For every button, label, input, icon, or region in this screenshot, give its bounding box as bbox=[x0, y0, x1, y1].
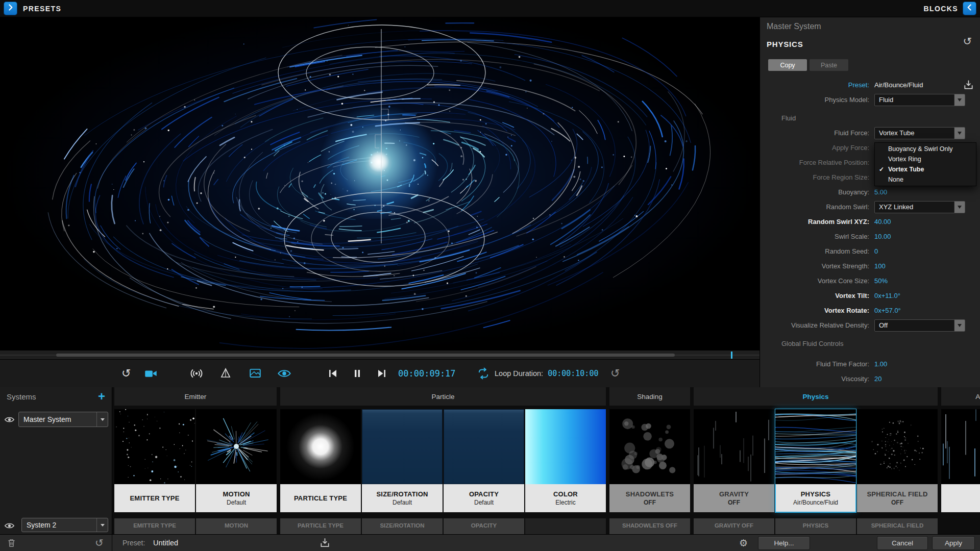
gear-icon[interactable]: ⚙ bbox=[739, 538, 748, 548]
block-thumbnail bbox=[444, 409, 524, 484]
fluid-force-dropdown[interactable]: Vortex Tube bbox=[874, 127, 965, 139]
reset-view-button[interactable]: ↺ bbox=[121, 368, 131, 379]
block-opacity[interactable]: OPACITYDefault bbox=[444, 409, 524, 512]
add-system-button[interactable]: + bbox=[98, 391, 105, 402]
menu-item-none[interactable]: None bbox=[875, 174, 976, 185]
param-value[interactable]: 50% bbox=[874, 277, 888, 285]
section-global-fluid-controls: Global Fluid Controls bbox=[760, 336, 980, 351]
reset-physics-icon[interactable]: ↺ bbox=[963, 36, 972, 46]
param-value[interactable]: 100 bbox=[874, 262, 886, 270]
skip-to-start-button[interactable] bbox=[327, 367, 339, 380]
param-label: Visualize Relative Density: bbox=[766, 321, 869, 329]
ghost-block-label[interactable]: PHYSICS bbox=[775, 518, 856, 534]
footer-preset-value[interactable]: Untitled bbox=[153, 539, 178, 547]
ghost-block-label[interactable]: SIZE/ROTATION bbox=[362, 518, 443, 534]
loop-duration-label: Loop Duration: bbox=[495, 369, 543, 378]
chevron-down-icon bbox=[954, 128, 965, 139]
block-size-rotation[interactable]: SIZE/ROTATIONDefault bbox=[362, 409, 443, 512]
pause-button[interactable] bbox=[351, 367, 363, 380]
menu-item-vortex-tube[interactable]: ✓Vortex Tube bbox=[875, 164, 976, 174]
category-shading[interactable]: Shading bbox=[609, 387, 690, 406]
block-gravity[interactable]: GRAVITYOFF bbox=[694, 409, 774, 512]
reset-system-icon[interactable]: ↺ bbox=[95, 538, 104, 548]
block-physics[interactable]: PHYSICSAir/Bounce/Fluid bbox=[775, 409, 856, 512]
category-particle[interactable]: Particle bbox=[280, 387, 606, 406]
param-value[interactable]: 0x+57.0° bbox=[874, 307, 901, 314]
block-color[interactable]: COLORElectric bbox=[525, 409, 606, 512]
skip-to-end-button[interactable] bbox=[376, 367, 388, 380]
param-value[interactable]: 0 bbox=[874, 247, 878, 255]
system-select-master[interactable]: Master System bbox=[18, 412, 108, 427]
loop-duration-value[interactable]: 00:00:10:00 bbox=[548, 369, 598, 378]
presets-panel-toggle-button[interactable] bbox=[4, 2, 17, 15]
save-preset-icon[interactable] bbox=[319, 537, 331, 549]
param-value[interactable]: 5.00 bbox=[874, 188, 887, 196]
reset-loop-button[interactable]: ↺ bbox=[610, 368, 620, 379]
eye-icon[interactable] bbox=[277, 366, 291, 381]
param-value[interactable]: 1.00 bbox=[874, 360, 887, 368]
preview-viewport[interactable] bbox=[0, 17, 760, 350]
blocks-row: EMITTER TYPE MOTIONDefault PARTICLE TYPE bbox=[112, 409, 980, 512]
param-label: Fluid Force: bbox=[766, 129, 869, 137]
preset-label: Preset: bbox=[766, 81, 869, 89]
ghost-block-label[interactable]: EMITTER TYPE bbox=[114, 518, 195, 534]
param-value[interactable]: 20 bbox=[874, 375, 881, 383]
visualize-density-dropdown[interactable]: Off bbox=[874, 319, 965, 332]
physics-parameters-panel: Master System PHYSICS ↺ Copy Paste Prese… bbox=[760, 17, 980, 387]
ghost-block-label[interactable]: SPHERICAL FIELD bbox=[857, 518, 938, 534]
copy-button[interactable]: Copy bbox=[768, 59, 807, 71]
blocks-browser: Emitter Particle Shading Physics Aux EMI… bbox=[112, 387, 980, 534]
param-label: Apply Force: bbox=[766, 144, 869, 152]
ghost-block-label[interactable] bbox=[525, 518, 606, 534]
block-spherical-field[interactable]: SPHERICAL FIELDOFF bbox=[857, 409, 938, 512]
param-label: Force Region Size: bbox=[766, 173, 869, 181]
menu-item-buoyancy-swirl-only[interactable]: Buoyancy & Swirl Only bbox=[875, 144, 976, 154]
category-physics[interactable]: Physics bbox=[694, 387, 938, 406]
current-time[interactable]: 00:00:09:17 bbox=[398, 369, 456, 378]
block-aux-partial[interactable] bbox=[941, 409, 980, 512]
ghost-block-label[interactable]: PARTICLE TYPE bbox=[280, 518, 361, 534]
param-row-random-seed: Random Seed: 0 bbox=[760, 244, 980, 259]
trash-icon[interactable] bbox=[6, 538, 17, 548]
block-shadowlets[interactable]: SHADOWLETSOFF bbox=[609, 409, 690, 512]
save-preset-icon[interactable] bbox=[963, 79, 974, 92]
cone-icon[interactable] bbox=[219, 367, 232, 380]
ghost-block-label[interactable]: MOTION bbox=[196, 518, 277, 534]
block-thumbnail bbox=[525, 409, 606, 484]
menu-item-vortex-ring[interactable]: Vortex Ring bbox=[875, 154, 976, 164]
param-row-fluid-time-factor: Fluid Time Factor: 1.00 bbox=[760, 357, 980, 371]
paste-button[interactable]: Paste bbox=[810, 59, 848, 71]
apply-button[interactable]: Apply bbox=[932, 536, 975, 550]
help-button[interactable]: Help... bbox=[758, 536, 810, 550]
loop-icon[interactable] bbox=[477, 367, 490, 380]
blocks-panel-toggle-button[interactable] bbox=[963, 2, 976, 15]
ghost-block-label[interactable]: OPACITY bbox=[444, 518, 524, 534]
param-row-random-swirl-xyz: Random Swirl XYZ: 40.00 bbox=[760, 214, 980, 229]
param-value[interactable]: 0x+11.0° bbox=[874, 292, 900, 299]
param-label: Vortex Rotate: bbox=[766, 307, 869, 314]
camera-icon[interactable] bbox=[144, 367, 158, 381]
preset-value[interactable]: Air/Bounce/Fluid bbox=[874, 81, 923, 89]
random-swirl-dropdown[interactable]: XYZ Linked bbox=[874, 201, 965, 213]
block-particle-type[interactable]: PARTICLE TYPE bbox=[280, 409, 361, 512]
eye-icon[interactable] bbox=[4, 414, 15, 425]
section-label: Global Fluid Controls bbox=[781, 340, 843, 347]
category-aux[interactable]: Aux bbox=[941, 387, 980, 406]
timeline-scrollbar[interactable] bbox=[56, 354, 675, 357]
system-select-system2[interactable]: System 2 bbox=[21, 518, 108, 532]
display-icon[interactable] bbox=[249, 367, 262, 380]
ghost-block-label[interactable]: GRAVITY OFF bbox=[694, 518, 774, 534]
ghost-block-label[interactable]: SHADOWLETS OFF bbox=[609, 518, 690, 534]
param-value[interactable]: 40.00 bbox=[874, 218, 891, 226]
block-emitter-type[interactable]: EMITTER TYPE bbox=[114, 409, 195, 512]
cancel-button[interactable]: Cancel bbox=[877, 536, 928, 550]
param-label: Random Seed: bbox=[766, 247, 869, 255]
emitter-signal-icon[interactable] bbox=[189, 366, 204, 381]
eye-icon[interactable] bbox=[4, 520, 15, 531]
chevron-down-icon bbox=[954, 94, 965, 106]
playhead-marker[interactable] bbox=[731, 352, 732, 359]
param-value[interactable]: 10.00 bbox=[874, 233, 891, 240]
physics-model-dropdown[interactable]: Fluid bbox=[874, 94, 965, 106]
category-emitter[interactable]: Emitter bbox=[114, 387, 277, 406]
block-motion[interactable]: MOTIONDefault bbox=[196, 409, 277, 512]
